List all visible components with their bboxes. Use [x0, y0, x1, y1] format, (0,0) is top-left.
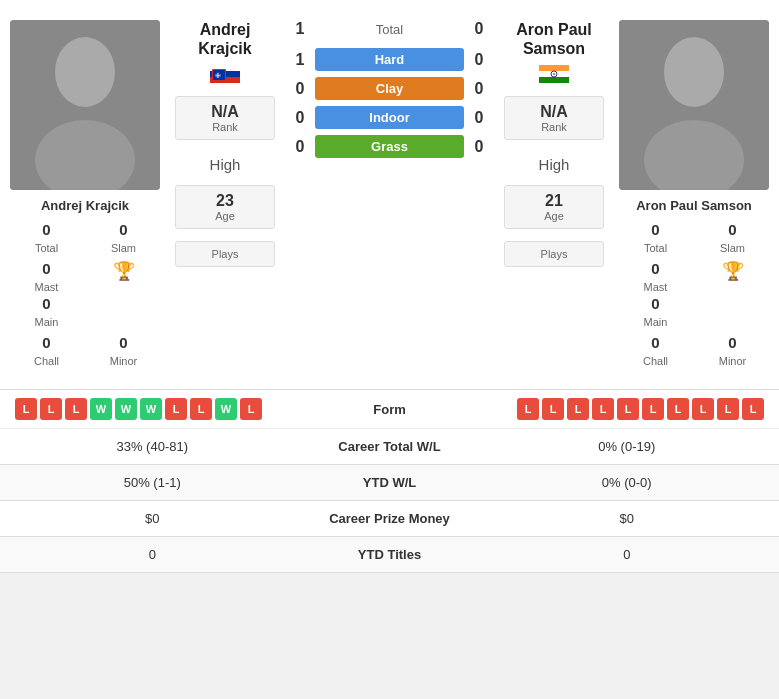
hard-btn[interactable]: Hard	[315, 48, 464, 71]
total-label: Total	[315, 22, 464, 37]
player1-trophy-icon-cell: 🏆	[87, 260, 160, 295]
ytd-wl-right: 0% (0-0)	[490, 475, 765, 490]
titles-label: YTD Titles	[290, 547, 490, 562]
indoor-score-right: 0	[464, 109, 494, 127]
player1-form-badge: L	[165, 398, 187, 420]
player1-avatar	[10, 20, 160, 190]
player1-panel: Andrej Krajcik 0 Total 0 Slam 0 Mast 🏆	[0, 10, 170, 379]
clay-score-right: 0	[464, 80, 494, 98]
indoor-score-left: 0	[285, 109, 315, 127]
player2-form-badges: LLLLLLLLLL	[450, 398, 765, 420]
player1-form-badge: L	[240, 398, 262, 420]
player2-plays-box: Plays	[504, 241, 604, 267]
total-score-right: 0	[464, 20, 494, 38]
player1-form-badge: L	[65, 398, 87, 420]
grass-btn[interactable]: Grass	[315, 135, 464, 158]
player2-form-badge: L	[592, 398, 614, 420]
player2-minor: 0 Minor	[696, 334, 769, 369]
ytd-wl-left: 50% (1-1)	[15, 475, 290, 490]
clay-score-left: 0	[285, 80, 315, 98]
titles-left: 0	[15, 547, 290, 562]
career-wl-left: 33% (40-81)	[15, 439, 290, 454]
player1-chall: 0 Chall	[10, 334, 83, 369]
grass-score-left: 0	[285, 138, 315, 156]
player2-info-panel: Aron Paul Samson N/A Rank High 21 Age	[499, 10, 609, 379]
player1-stats: 0 Total 0 Slam 0 Mast 🏆 0 Main	[10, 221, 160, 369]
career-wl-label: Career Total W/L	[290, 439, 490, 454]
ytd-wl-row: 50% (1-1) YTD W/L 0% (0-0)	[0, 465, 779, 501]
bottom-section: LLLWWWLLWL Form LLLLLLLLLL 33% (40-81) C…	[0, 389, 779, 573]
hard-score-left: 1	[285, 51, 315, 69]
player2-form-badge: L	[642, 398, 664, 420]
player1-form-badge: L	[15, 398, 37, 420]
player2-form-badge: L	[542, 398, 564, 420]
svg-point-13	[553, 74, 555, 76]
player2-panel: Aron Paul Samson 0 Total 0 Slam 0 Mast 🏆	[609, 10, 779, 379]
in-flag-svg	[539, 65, 569, 83]
career-wl-right: 0% (0-19)	[490, 439, 765, 454]
hard-row: 1 Hard 0	[285, 48, 494, 71]
player2-form-badge: L	[742, 398, 764, 420]
grass-row: 0 Grass 0	[285, 135, 494, 158]
ytd-wl-label: YTD W/L	[290, 475, 490, 490]
player1-form-badge: W	[215, 398, 237, 420]
svg-rect-11	[539, 77, 569, 83]
player2-avatar	[619, 20, 769, 190]
player1-name-center: Andrej Krajcik	[175, 20, 275, 58]
prize-right: $0	[490, 511, 765, 526]
player1-flag: ✙	[210, 64, 240, 84]
titles-right: 0	[490, 547, 765, 562]
player2-main: 0 Main	[619, 295, 692, 330]
player2-stats: 0 Total 0 Slam 0 Mast 🏆 0 Main	[619, 221, 769, 369]
player2-total: 0 Total	[619, 221, 692, 256]
svg-point-15	[664, 37, 724, 107]
player2-form-badge: L	[692, 398, 714, 420]
player2-rank-box: N/A Rank	[504, 96, 604, 140]
indoor-btn[interactable]: Indoor	[315, 106, 464, 129]
svg-rect-9	[539, 65, 569, 71]
career-wl-row: 33% (40-81) Career Total W/L 0% (0-19)	[0, 429, 779, 465]
player1-slam: 0 Slam	[87, 221, 160, 256]
player1-form-badge: L	[190, 398, 212, 420]
player1-main: 0 Main	[10, 295, 83, 330]
titles-row: 0 YTD Titles 0	[0, 537, 779, 573]
svg-point-1	[55, 37, 115, 107]
prize-label: Career Prize Money	[290, 511, 490, 526]
prize-left: $0	[15, 511, 290, 526]
player2-slam: 0 Slam	[696, 221, 769, 256]
player1-rank-box: N/A Rank	[175, 96, 275, 140]
total-row: 1 Total 0	[285, 20, 494, 38]
form-label: Form	[330, 402, 450, 417]
player2-name-center: Aron Paul Samson	[504, 20, 604, 58]
form-row: LLLWWWLLWL Form LLLLLLLLLL	[0, 390, 779, 429]
player1-form-badge: W	[115, 398, 137, 420]
player2-name: Aron Paul Samson	[636, 198, 752, 213]
player1-high-label: High	[210, 156, 241, 173]
center-section: 1 Total 0 1 Hard 0 0 Clay 0 0 Indoor 0	[280, 10, 499, 379]
player1-trophy-icon: 🏆	[113, 261, 135, 281]
player2-form-badge: L	[667, 398, 689, 420]
player1-form-badge: W	[140, 398, 162, 420]
svg-text:✙: ✙	[215, 72, 221, 79]
top-section: Andrej Krajcik 0 Total 0 Slam 0 Mast 🏆	[0, 0, 779, 389]
clay-btn[interactable]: Clay	[315, 77, 464, 100]
player2-form-badge: L	[617, 398, 639, 420]
player2-high-label: High	[539, 156, 570, 173]
player2-trophy-icon-cell: 🏆	[696, 260, 769, 295]
player2-trophy-icon: 🏆	[722, 261, 744, 281]
total-score-left: 1	[285, 20, 315, 38]
player2-chall: 0 Chall	[619, 334, 692, 369]
player2-form-badge: L	[717, 398, 739, 420]
player1-total: 0 Total	[10, 221, 83, 256]
prize-row: $0 Career Prize Money $0	[0, 501, 779, 537]
clay-row: 0 Clay 0	[285, 77, 494, 100]
grass-score-right: 0	[464, 138, 494, 156]
player1-age-box: 23 Age	[175, 185, 275, 229]
sk-flag-svg: ✙	[210, 65, 240, 83]
indoor-row: 0 Indoor 0	[285, 106, 494, 129]
player2-flag	[539, 64, 569, 84]
player2-mast: 0 Mast	[619, 260, 692, 295]
player1-name: Andrej Krajcik	[41, 198, 129, 213]
player1-mast: 0 Mast	[10, 260, 83, 295]
hard-score-right: 0	[464, 51, 494, 69]
